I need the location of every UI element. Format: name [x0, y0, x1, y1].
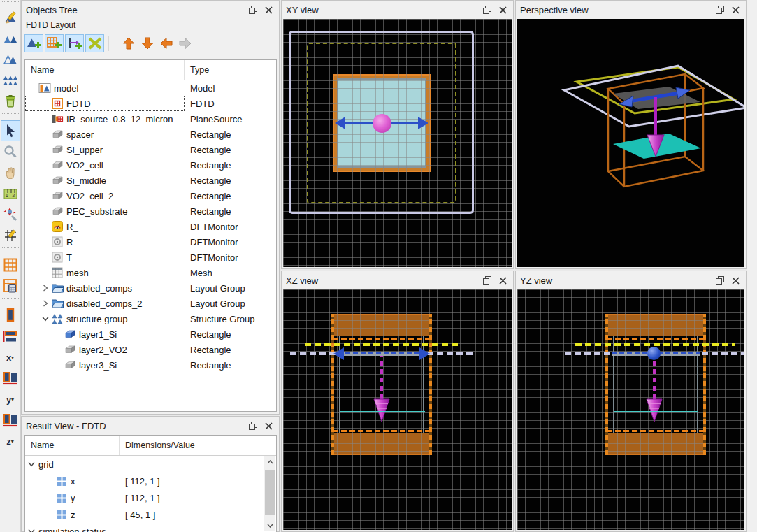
- delete-trash-button[interactable]: [1, 91, 20, 112]
- structure-bottom-band-xz[interactable]: [333, 433, 431, 455]
- move-up-button[interactable]: [120, 34, 137, 52]
- tree-row-mesh[interactable]: meshMesh: [25, 265, 276, 280]
- xy-viewport[interactable]: [283, 19, 512, 267]
- y-axis-menu-button[interactable]: y ▾: [1, 389, 20, 410]
- expander-collapsed[interactable]: [41, 300, 50, 307]
- move-down-button[interactable]: [138, 34, 156, 52]
- structure-top-band-xz[interactable]: [333, 314, 431, 336]
- close-icon[interactable]: [262, 419, 275, 432]
- scroll-down-icon[interactable]: [264, 520, 276, 531]
- z-axis-menu-button[interactable]: z ▾: [1, 431, 20, 452]
- tree-row-vo2-cell-2[interactable]: VO2_cell_2Rectangle: [25, 188, 276, 203]
- tree-row-model[interactable]: modelModel: [25, 80, 276, 96]
- tree-row-si-upper[interactable]: Si_upperRectangle: [25, 142, 276, 157]
- tree-row-layer2-vo2[interactable]: layer2_VO2Rectangle: [25, 342, 276, 357]
- result-view-header: Name Dimensions/Value: [25, 436, 276, 456]
- tree-row-ir-source-0-8-12-micron[interactable]: IR_source_0.8_12_micronPlaneSource: [25, 111, 276, 127]
- edit-grid-button[interactable]: [1, 225, 20, 246]
- source-line-yz[interactable]: [575, 343, 735, 346]
- tree-row-si-middle[interactable]: Si_middleRectangle: [25, 173, 276, 188]
- copy-structure-button[interactable]: [1, 49, 20, 70]
- expander-expanded[interactable]: [27, 461, 36, 467]
- tree-row-layer1-si[interactable]: layer1_SiRectangle: [25, 326, 276, 342]
- tree-row-disabled-comps[interactable]: disabled_compsLayout Group: [25, 280, 276, 296]
- source-line-xz[interactable]: [305, 343, 459, 346]
- tree-row-structure-group[interactable]: structure groupStructure Group: [25, 311, 276, 326]
- array-button[interactable]: [1, 70, 20, 91]
- float-icon[interactable]: [247, 419, 259, 432]
- scrollbar-thumb[interactable]: [265, 470, 275, 515]
- close-icon[interactable]: [262, 3, 275, 16]
- expander-expanded[interactable]: [41, 316, 50, 322]
- x-axis-menu-button[interactable]: x ▾: [1, 347, 20, 368]
- structure-bottom-band-yz[interactable]: [607, 433, 705, 455]
- close-icon[interactable]: [496, 274, 509, 287]
- tree-row-spacer[interactable]: spacerRectangle: [25, 127, 276, 142]
- duplicate-button[interactable]: [1, 28, 20, 49]
- result-row-y[interactable]: y[ 112, 1 ]: [25, 489, 276, 506]
- monitor-line-cyan-xz[interactable]: [340, 411, 425, 412]
- source-axis-ball-yz[interactable]: [647, 347, 661, 360]
- tree-row-r-[interactable]: R_DFTMonitor: [25, 219, 276, 234]
- injection-cone-yz[interactable]: [645, 398, 663, 423]
- zoom-button[interactable]: [1, 141, 20, 162]
- float-icon[interactable]: [714, 3, 726, 16]
- injection-line-yz[interactable]: [653, 360, 656, 399]
- view-slab-horizontal-button[interactable]: [1, 326, 20, 347]
- tree-row-r[interactable]: RDFTMonitor: [25, 234, 276, 250]
- result-row-z[interactable]: z[ 45, 1 ]: [25, 506, 276, 523]
- float-icon[interactable]: [481, 274, 493, 287]
- structure-top-band-yz[interactable]: [607, 314, 705, 336]
- tree-row-pec-substrate[interactable]: PEC_substrateRectangle: [25, 203, 276, 219]
- edit-button[interactable]: [1, 7, 20, 28]
- mesh-calculator-button[interactable]: [1, 275, 20, 296]
- yz-viewport[interactable]: [517, 289, 744, 530]
- tree-row-disabled-comps-2[interactable]: disabled_comps_2Layout Group: [25, 296, 276, 311]
- simulation-region-button[interactable]: [1, 254, 20, 275]
- close-icon[interactable]: [729, 3, 742, 16]
- add-simulation-button[interactable]: [45, 34, 64, 52]
- add-monitor-button[interactable]: [65, 34, 84, 52]
- tree-row-layer3-si[interactable]: layer3_SiRectangle: [25, 357, 276, 373]
- float-icon[interactable]: [481, 3, 493, 16]
- structure-left-edge-yz[interactable]: [605, 314, 608, 455]
- xz-viewport[interactable]: [283, 289, 512, 530]
- select-arrow-button[interactable]: [1, 120, 20, 141]
- result-row-grid[interactable]: grid: [25, 456, 276, 473]
- tree-row-t[interactable]: TDFTMonitor: [25, 250, 276, 265]
- float-icon[interactable]: [714, 274, 726, 287]
- add-structure-button[interactable]: [24, 34, 43, 52]
- structure-right-edge-yz[interactable]: [703, 314, 706, 455]
- tree-row-vo2-cell[interactable]: VO2_cellRectangle: [25, 157, 276, 173]
- expander-collapsed[interactable]: [41, 285, 50, 292]
- result-row-simulation-status[interactable]: simulation status: [25, 523, 276, 532]
- pan-hand-button[interactable]: [1, 162, 20, 183]
- tree-row-fdtd[interactable]: FDTDFDTD: [25, 96, 276, 111]
- move-left-button[interactable]: [157, 34, 175, 52]
- zoom-extents-button[interactable]: [1, 204, 20, 225]
- column-header-name[interactable]: Name: [25, 436, 120, 455]
- result-row-x[interactable]: x[ 112, 1 ]: [25, 473, 276, 489]
- ruler-button[interactable]: 12: [1, 183, 20, 204]
- perspective-viewport[interactable]: [517, 19, 744, 267]
- injection-axis-ball-xy[interactable]: [373, 114, 391, 133]
- monitor-line-cyan-yz[interactable]: [614, 411, 698, 412]
- column-header-name[interactable]: Name: [25, 60, 185, 80]
- structure-left-edge-xz[interactable]: [331, 314, 334, 455]
- close-icon[interactable]: [496, 3, 509, 16]
- view-slab-pair-button[interactable]: [1, 368, 20, 389]
- injection-cone-xz[interactable]: [373, 398, 391, 423]
- column-header-dimensions[interactable]: Dimensions/Value: [120, 436, 276, 455]
- view-slab-pair2-button[interactable]: [1, 410, 20, 431]
- float-icon[interactable]: [247, 3, 259, 16]
- close-icon[interactable]: [729, 274, 742, 287]
- column-header-type[interactable]: Type: [185, 60, 276, 80]
- add-analysis-button[interactable]: [85, 34, 104, 52]
- structure-right-edge-xz[interactable]: [429, 314, 432, 455]
- expander-expanded[interactable]: [27, 529, 36, 532]
- scroll-up-icon[interactable]: [264, 456, 276, 468]
- result-view-scrollbar[interactable]: [264, 456, 275, 531]
- view-slab-vertical-button[interactable]: [1, 305, 20, 326]
- injection-line-xz[interactable]: [380, 356, 383, 399]
- toolbar-drag-handle[interactable]: [2, 1, 19, 6]
